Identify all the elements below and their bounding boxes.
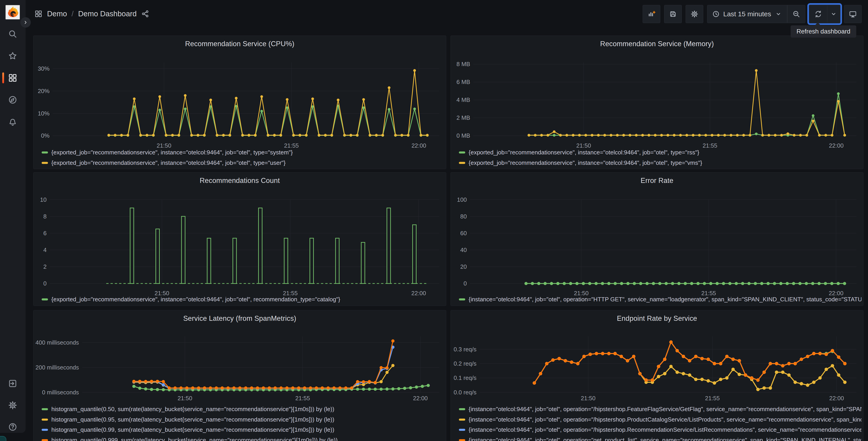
save-dashboard-button[interactable] [664,5,682,23]
svg-text:0%: 0% [41,133,50,139]
sidebar-item-alerting[interactable] [5,115,20,129]
legend-item[interactable]: {exported_job="recommendationservice", i… [42,295,444,304]
legend-swatch [42,298,48,300]
svg-text:10%: 10% [38,110,50,117]
gear-icon [690,10,699,18]
legend-item[interactable]: {exported_job="recommendationservice", i… [42,157,444,168]
legend-label: {instance="otelcol:9464", job="otel", op… [469,426,862,433]
svg-text:0 MB: 0 MB [456,133,470,139]
svg-text:60: 60 [460,230,467,236]
compass-icon [8,95,18,105]
legend: {exported_job="recommendationservice", i… [459,147,862,168]
panel-title[interactable]: Recommendation Service (Memory) [451,40,863,48]
svg-text:4 MB: 4 MB [456,97,470,103]
legend: histogram_quantile(0.50, sum(rate(latenc… [42,404,444,441]
grafana-logo[interactable] [5,5,20,20]
breadcrumb-page[interactable]: Demo Dashboard [78,9,137,18]
bottom-corner-accent [0,436,6,441]
legend-item[interactable]: {instance="otelcol:9464", job="otel", op… [459,414,862,425]
refresh-interval-caret-button[interactable] [827,5,840,23]
sidebar-item-search[interactable] [5,27,20,41]
legend: {exported_job="recommendationservice", i… [42,147,444,168]
sidebar-expand-button[interactable] [20,17,31,28]
grafana-logo-icon [6,5,20,20]
tooltip-text: Refresh dashboard [797,28,850,35]
add-panel-button[interactable] [643,5,660,23]
time-range-picker[interactable]: Last 15 minutes [707,5,787,23]
svg-text:0.0 req/s: 0.0 req/s [454,389,476,395]
legend-swatch [459,408,465,410]
dashboard-settings-button[interactable] [686,5,703,23]
refresh-dashboard-button[interactable] [809,5,827,23]
legend-label: histogram_quantile(0.95, sum(rate(latenc… [51,416,334,423]
magnifier-minus-icon [792,10,800,18]
svg-text:4: 4 [43,247,46,253]
legend-item[interactable]: {exported_job="recommendationservice", i… [42,147,444,157]
legend: {exported_job="recommendationservice", i… [42,295,444,304]
svg-text:0: 0 [463,280,467,287]
legend-label: {instance="otelcol:9464", job="otel", op… [469,296,862,303]
panel-title[interactable]: Error Rate [451,177,863,185]
svg-text:21:50: 21:50 [178,395,192,401]
share-button[interactable] [141,10,149,18]
legend-item[interactable]: {instance="otelcol:9464", job="otel", op… [459,404,862,414]
svg-text:0.3 req/s: 0.3 req/s [454,346,476,352]
svg-text:40: 40 [460,247,467,253]
sidebar-item-dashboards[interactable] [5,70,20,85]
legend-item[interactable]: histogram_quantile(0.999, sum(rate(laten… [42,435,444,441]
sidebar-item-starred[interactable] [5,49,20,63]
sidebar [0,0,26,433]
panel-service-latency: 0 milliseconds200 milliseconds400 millis… [33,310,446,441]
panel-recommendation-cpu: 0%10%20%30%21:5021:5522:00 Recommendatio… [33,35,446,169]
svg-text:200 milliseconds: 200 milliseconds [35,364,79,371]
sign-in-icon [8,379,18,388]
legend-item[interactable]: histogram_quantile(0.95, sum(rate(latenc… [42,414,444,425]
legend-label: {exported_job="recommendationservice", i… [51,296,340,303]
panel-title[interactable]: Recommendations Count [33,177,446,185]
svg-text:10: 10 [40,197,46,203]
legend-swatch [459,151,465,153]
legend-item[interactable]: {exported_job="recommendationservice", i… [459,157,862,168]
star-icon [8,51,18,61]
zoom-out-button[interactable] [787,5,805,23]
svg-text:0 milliseconds: 0 milliseconds [42,389,79,395]
add-panel-icon [647,10,655,18]
refresh-group [809,5,840,23]
time-controls-group: Last 15 minutes [707,5,805,23]
legend-label: histogram_quantile(0.999, sum(rate(laten… [51,437,338,441]
chevron-down-icon [830,10,838,18]
sidebar-item-sign-in[interactable] [5,376,20,391]
legend-item[interactable]: {exported_job="recommendationservice", i… [459,147,862,157]
kiosk-mode-button[interactable] [844,5,862,23]
svg-text:80: 80 [460,213,467,219]
svg-text:8 MB: 8 MB [456,61,470,67]
panel-title[interactable]: Service Latency (from SpanMetrics) [33,315,446,323]
breadcrumb-section[interactable]: Demo [47,9,67,18]
legend-label: {exported_job="recommendationservice", i… [469,159,702,167]
error-rate-chart[interactable]: 02040608010021:5021:5522:00 [451,173,863,305]
legend-item[interactable]: histogram_quantile(0.50, sum(rate(latenc… [42,404,444,414]
legend-swatch [459,419,465,421]
panel-title[interactable]: Recommendation Service (CPU%) [33,40,446,48]
legend-item[interactable]: {instance="otelcol:9464", job="otel", op… [459,425,862,435]
sidebar-item-explore[interactable] [5,93,20,107]
gear-icon [8,401,18,410]
svg-text:2 MB: 2 MB [456,115,470,121]
svg-text:22:00: 22:00 [413,395,428,401]
legend-item[interactable]: {instance="otelcol:9464", job="otel", op… [459,435,862,441]
sidebar-item-configuration[interactable] [5,398,20,412]
share-icon [141,10,149,18]
legend-swatch [42,162,48,164]
active-item-accent-bar [2,72,4,83]
chevron-right-icon [23,20,29,25]
legend-item[interactable]: {instance="otelcol:9464", job="otel", op… [459,295,862,304]
svg-text:6 MB: 6 MB [456,79,470,85]
breadcrumb: Demo / Demo Dashboard [34,0,149,28]
legend-item[interactable]: histogram_quantile(0.99, sum(rate(latenc… [42,425,444,435]
panel-title[interactable]: Endpoint Rate by Service [451,315,863,323]
recommendations-count-chart[interactable]: 024681021:5021:5522:00 [33,173,446,305]
legend-swatch [42,439,48,441]
help-circle-icon [8,422,18,432]
dashboards-grid-icon [8,73,18,83]
sidebar-item-help[interactable] [5,420,20,434]
